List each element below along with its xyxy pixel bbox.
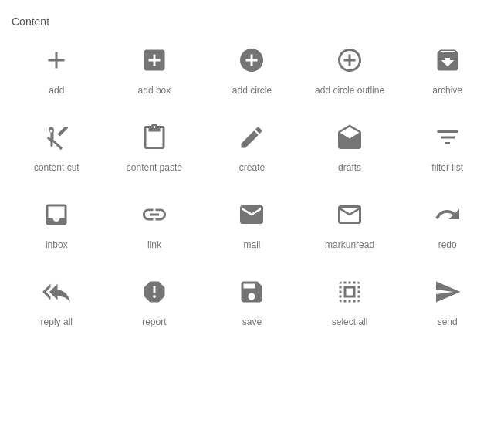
icon-cell-save[interactable]: save: [203, 273, 301, 327]
redo-icon: [429, 196, 466, 233]
icon-cell-link[interactable]: link: [106, 196, 204, 250]
icon-cell-redo[interactable]: redo: [398, 196, 496, 250]
select-all-label: select all: [332, 317, 368, 327]
report-label: report: [142, 317, 166, 327]
add-circle-label: add circle: [232, 85, 272, 96]
archive-icon: [429, 42, 466, 79]
icon-cell-inbox[interactable]: inbox: [8, 196, 106, 250]
create-icon: [233, 119, 270, 156]
icon-cell-report[interactable]: report: [106, 273, 204, 327]
content-paste-icon: [136, 119, 173, 156]
add-icon: [38, 42, 75, 79]
icon-cell-send[interactable]: send: [398, 273, 496, 327]
send-label: send: [438, 317, 458, 327]
mail-label: mail: [243, 239, 260, 250]
icon-cell-create[interactable]: create: [203, 119, 301, 173]
icon-cell-mail[interactable]: mail: [203, 196, 301, 250]
content-paste-label: content paste: [127, 162, 182, 173]
redo-label: redo: [438, 239, 457, 250]
save-icon: [233, 273, 270, 310]
add-box-icon: [136, 42, 173, 79]
icon-cell-markunread[interactable]: markunread: [301, 196, 399, 250]
icon-cell-reply-all[interactable]: reply all: [8, 273, 106, 327]
create-label: create: [239, 162, 265, 173]
icon-cell-content-cut[interactable]: content cut: [8, 119, 106, 173]
reply-all-label: reply all: [41, 317, 73, 327]
inbox-label: inbox: [46, 239, 68, 250]
select-all-icon: [331, 273, 368, 310]
icon-cell-filter-list[interactable]: filter list: [398, 119, 496, 173]
add-circle-outline-icon: [331, 42, 368, 79]
send-icon: [429, 273, 466, 310]
page-title: Content: [12, 15, 496, 28]
add-box-label: add box: [138, 85, 171, 96]
drafts-icon: [331, 119, 368, 156]
report-icon: [136, 273, 173, 310]
save-label: save: [242, 317, 262, 327]
add-circle-outline-label: add circle outline: [315, 85, 384, 96]
icon-cell-add-circle[interactable]: add circle: [203, 42, 301, 96]
icon-cell-content-paste[interactable]: content paste: [106, 119, 204, 173]
icon-cell-add-circle-outline[interactable]: add circle outline: [301, 42, 399, 96]
icon-grid: add add box add circle add circle outlin…: [8, 42, 496, 327]
reply-all-icon: [38, 273, 75, 310]
archive-label: archive: [432, 85, 462, 96]
add-label: add: [49, 85, 64, 96]
content-cut-icon: [38, 119, 75, 156]
icon-cell-drafts[interactable]: drafts: [301, 119, 399, 173]
inbox-icon: [38, 196, 75, 233]
link-label: link: [147, 239, 161, 250]
drafts-label: drafts: [338, 162, 361, 173]
link-icon: [136, 196, 173, 233]
markunread-label: markunread: [325, 239, 374, 250]
filter-list-icon: [429, 119, 466, 156]
icon-cell-archive[interactable]: archive: [398, 42, 496, 96]
filter-list-label: filter list: [431, 162, 463, 173]
icon-cell-add-box[interactable]: add box: [106, 42, 204, 96]
mail-icon: [233, 196, 270, 233]
add-circle-icon: [233, 42, 270, 79]
icon-cell-add[interactable]: add: [8, 42, 106, 96]
icon-cell-select-all[interactable]: select all: [301, 273, 399, 327]
content-cut-label: content cut: [34, 162, 79, 173]
markunread-icon: [331, 196, 368, 233]
